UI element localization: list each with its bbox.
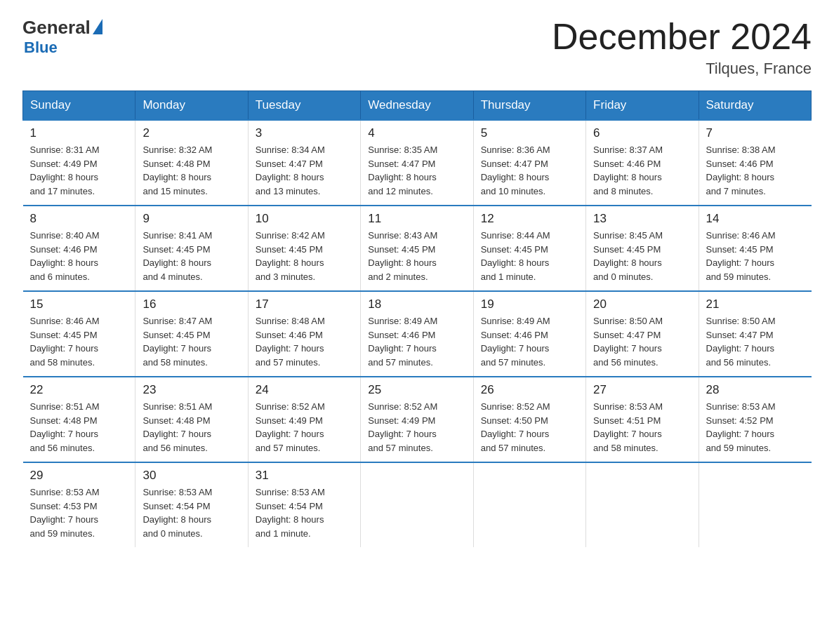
day-info: Sunrise: 8:49 AMSunset: 4:46 PMDaylight:… <box>368 314 465 369</box>
logo-triangle-icon <box>93 19 102 34</box>
calendar-cell: 28Sunrise: 8:53 AMSunset: 4:52 PMDayligh… <box>699 377 811 462</box>
page-header: General Blue December 2024 Tilques, Fran… <box>22 17 812 78</box>
day-number: 14 <box>706 212 805 226</box>
calendar-cell: 19Sunrise: 8:49 AMSunset: 4:46 PMDayligh… <box>473 291 585 377</box>
day-info: Sunrise: 8:53 AMSunset: 4:51 PMDaylight:… <box>593 400 691 455</box>
day-number: 19 <box>481 297 578 311</box>
day-number: 24 <box>256 383 353 397</box>
day-info: Sunrise: 8:51 AMSunset: 4:48 PMDaylight:… <box>143 400 240 455</box>
calendar-cell: 30Sunrise: 8:53 AMSunset: 4:54 PMDayligh… <box>135 462 248 547</box>
day-number: 28 <box>706 383 805 397</box>
calendar-week-row: 1Sunrise: 8:31 AMSunset: 4:49 PMDaylight… <box>23 120 812 206</box>
day-info: Sunrise: 8:53 AMSunset: 4:54 PMDaylight:… <box>143 485 240 540</box>
calendar-cell: 5Sunrise: 8:36 AMSunset: 4:47 PMDaylight… <box>473 120 585 206</box>
day-number: 11 <box>368 212 465 226</box>
day-number: 17 <box>256 297 353 311</box>
calendar-cell: 26Sunrise: 8:52 AMSunset: 4:50 PMDayligh… <box>473 377 585 462</box>
day-info: Sunrise: 8:40 AMSunset: 4:46 PMDaylight:… <box>30 229 128 283</box>
col-saturday: Saturday <box>699 91 811 121</box>
calendar-cell <box>473 462 585 547</box>
logo-general-text: General <box>22 17 91 39</box>
calendar-cell: 3Sunrise: 8:34 AMSunset: 4:47 PMDaylight… <box>248 120 360 206</box>
calendar-cell: 7Sunrise: 8:38 AMSunset: 4:46 PMDaylight… <box>699 120 811 206</box>
day-number: 29 <box>30 469 128 483</box>
day-number: 8 <box>30 212 128 226</box>
day-info: Sunrise: 8:50 AMSunset: 4:47 PMDaylight:… <box>593 314 691 369</box>
calendar-week-row: 8Sunrise: 8:40 AMSunset: 4:46 PMDaylight… <box>23 206 812 291</box>
calendar-cell: 4Sunrise: 8:35 AMSunset: 4:47 PMDaylight… <box>361 120 473 206</box>
calendar-week-row: 15Sunrise: 8:46 AMSunset: 4:45 PMDayligh… <box>23 291 812 377</box>
calendar-cell: 24Sunrise: 8:52 AMSunset: 4:49 PMDayligh… <box>248 377 360 462</box>
day-number: 27 <box>593 383 691 397</box>
day-info: Sunrise: 8:52 AMSunset: 4:49 PMDaylight:… <box>368 400 465 455</box>
calendar-cell: 31Sunrise: 8:53 AMSunset: 4:54 PMDayligh… <box>248 462 360 547</box>
day-number: 23 <box>143 383 240 397</box>
calendar-cell: 29Sunrise: 8:53 AMSunset: 4:53 PMDayligh… <box>23 462 135 547</box>
calendar-cell: 22Sunrise: 8:51 AMSunset: 4:48 PMDayligh… <box>23 377 135 462</box>
day-info: Sunrise: 8:44 AMSunset: 4:45 PMDaylight:… <box>481 229 578 283</box>
day-number: 6 <box>593 126 691 140</box>
day-info: Sunrise: 8:52 AMSunset: 4:49 PMDaylight:… <box>256 400 353 455</box>
day-number: 18 <box>368 297 465 311</box>
calendar-cell: 18Sunrise: 8:49 AMSunset: 4:46 PMDayligh… <box>361 291 473 377</box>
col-tuesday: Tuesday <box>248 91 360 121</box>
calendar-cell: 14Sunrise: 8:46 AMSunset: 4:45 PMDayligh… <box>699 206 811 291</box>
day-number: 1 <box>30 126 128 140</box>
calendar-cell: 10Sunrise: 8:42 AMSunset: 4:45 PMDayligh… <box>248 206 360 291</box>
calendar-cell: 16Sunrise: 8:47 AMSunset: 4:45 PMDayligh… <box>135 291 248 377</box>
day-number: 10 <box>256 212 353 226</box>
day-info: Sunrise: 8:46 AMSunset: 4:45 PMDaylight:… <box>30 314 128 369</box>
day-number: 25 <box>368 383 465 397</box>
col-wednesday: Wednesday <box>361 91 473 121</box>
calendar-cell: 6Sunrise: 8:37 AMSunset: 4:46 PMDaylight… <box>586 120 699 206</box>
calendar-cell: 12Sunrise: 8:44 AMSunset: 4:45 PMDayligh… <box>473 206 585 291</box>
day-info: Sunrise: 8:31 AMSunset: 4:49 PMDaylight:… <box>30 143 128 198</box>
calendar-cell: 13Sunrise: 8:45 AMSunset: 4:45 PMDayligh… <box>586 206 699 291</box>
day-number: 31 <box>256 469 353 483</box>
day-number: 7 <box>706 126 805 140</box>
calendar-cell: 23Sunrise: 8:51 AMSunset: 4:48 PMDayligh… <box>135 377 248 462</box>
calendar-cell: 27Sunrise: 8:53 AMSunset: 4:51 PMDayligh… <box>586 377 699 462</box>
day-number: 5 <box>481 126 578 140</box>
calendar-cell: 9Sunrise: 8:41 AMSunset: 4:45 PMDaylight… <box>135 206 248 291</box>
logo-blue-text: Blue <box>24 39 58 57</box>
day-info: Sunrise: 8:41 AMSunset: 4:45 PMDaylight:… <box>143 229 240 283</box>
day-number: 22 <box>30 383 128 397</box>
day-info: Sunrise: 8:52 AMSunset: 4:50 PMDaylight:… <box>481 400 578 455</box>
day-info: Sunrise: 8:35 AMSunset: 4:47 PMDaylight:… <box>368 143 465 198</box>
day-number: 13 <box>593 212 691 226</box>
day-number: 4 <box>368 126 465 140</box>
calendar-cell: 8Sunrise: 8:40 AMSunset: 4:46 PMDaylight… <box>23 206 135 291</box>
calendar-cell <box>699 462 811 547</box>
calendar-cell <box>361 462 473 547</box>
day-info: Sunrise: 8:46 AMSunset: 4:45 PMDaylight:… <box>706 229 805 283</box>
col-monday: Monday <box>135 91 248 121</box>
calendar-cell: 20Sunrise: 8:50 AMSunset: 4:47 PMDayligh… <box>586 291 699 377</box>
day-info: Sunrise: 8:49 AMSunset: 4:46 PMDaylight:… <box>481 314 578 369</box>
day-info: Sunrise: 8:53 AMSunset: 4:54 PMDaylight:… <box>256 485 353 540</box>
calendar-cell: 25Sunrise: 8:52 AMSunset: 4:49 PMDayligh… <box>361 377 473 462</box>
calendar-table: Sunday Monday Tuesday Wednesday Thursday… <box>22 90 812 547</box>
calendar-cell: 21Sunrise: 8:50 AMSunset: 4:47 PMDayligh… <box>699 291 811 377</box>
day-number: 2 <box>143 126 240 140</box>
day-info: Sunrise: 8:48 AMSunset: 4:46 PMDaylight:… <box>256 314 353 369</box>
calendar-week-row: 29Sunrise: 8:53 AMSunset: 4:53 PMDayligh… <box>23 462 812 547</box>
day-number: 30 <box>143 469 240 483</box>
calendar-cell: 1Sunrise: 8:31 AMSunset: 4:49 PMDaylight… <box>23 120 135 206</box>
day-number: 21 <box>706 297 805 311</box>
day-info: Sunrise: 8:47 AMSunset: 4:45 PMDaylight:… <box>143 314 240 369</box>
location-label: Tilques, France <box>552 60 812 78</box>
day-number: 15 <box>30 297 128 311</box>
day-info: Sunrise: 8:51 AMSunset: 4:48 PMDaylight:… <box>30 400 128 455</box>
day-info: Sunrise: 8:53 AMSunset: 4:52 PMDaylight:… <box>706 400 805 455</box>
calendar-cell: 17Sunrise: 8:48 AMSunset: 4:46 PMDayligh… <box>248 291 360 377</box>
calendar-header-row: Sunday Monday Tuesday Wednesday Thursday… <box>23 91 812 121</box>
day-info: Sunrise: 8:43 AMSunset: 4:45 PMDaylight:… <box>368 229 465 283</box>
col-sunday: Sunday <box>23 91 135 121</box>
day-info: Sunrise: 8:34 AMSunset: 4:47 PMDaylight:… <box>256 143 353 198</box>
calendar-cell <box>586 462 699 547</box>
day-info: Sunrise: 8:53 AMSunset: 4:53 PMDaylight:… <box>30 485 128 540</box>
day-number: 3 <box>256 126 353 140</box>
day-info: Sunrise: 8:45 AMSunset: 4:45 PMDaylight:… <box>593 229 691 283</box>
day-info: Sunrise: 8:37 AMSunset: 4:46 PMDaylight:… <box>593 143 691 198</box>
